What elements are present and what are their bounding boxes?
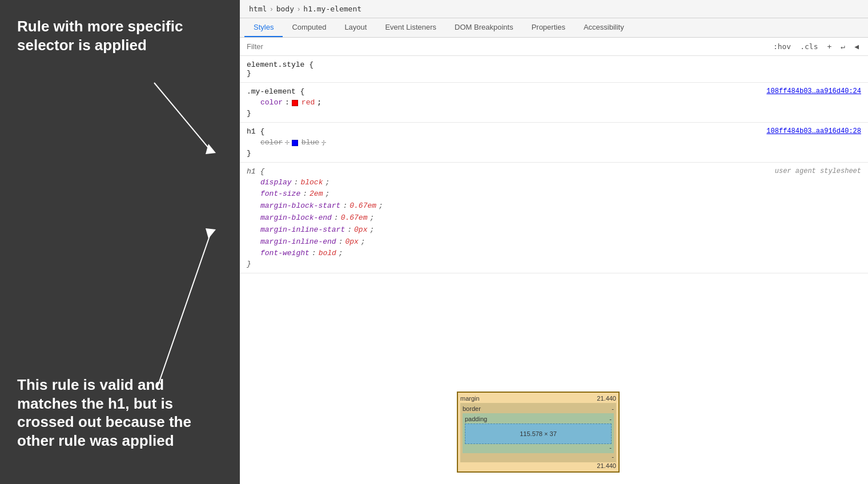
element-style-closing: } [247,69,861,78]
tab-accessibility[interactable]: Accessibility [574,18,633,37]
border-value: - [612,405,614,412]
tabs-bar: Styles Computed Layout Event Listeners D… [240,18,868,38]
tab-computed[interactable]: Computed [283,18,335,37]
padding-layer: padding - 115.578 × 37 - [463,413,614,453]
box-model-area: margin 21.440 border - padding - 11 [457,392,620,473]
ua-fontsize-colon: : [303,188,307,200]
prop-colon: : [285,97,290,109]
ua-fw-semi: ; [339,248,343,260]
filter-actions: :hov .cls + ↵ ◀ [771,41,861,52]
padding-bottom-value: - [609,444,612,451]
ua-mie-prop: margin-inline-end : 0px ; [247,236,861,248]
annotation-top-text: Rule with more specific selector is appl… [17,17,223,54]
ua-mis-value: 0px [354,224,367,236]
my-element-closing: } [247,109,861,118]
ua-fontsize-name: font-size [260,188,300,200]
ua-mbs-colon: : [343,200,347,212]
ua-mbs-value: 0.67em [349,200,376,212]
add-rule-button[interactable]: + [825,41,834,52]
my-element-color-prop: color : red ; [247,97,861,109]
content-value: 115.578 × 37 [520,430,557,437]
breadcrumb-body[interactable]: body [276,5,294,13]
ua-mbs-prop: margin-block-start : 0.67em ; [247,200,861,212]
svg-marker-3 [206,228,216,239]
h1-rule-header: h1 { 108ff484b03…aa916d40:28 [247,127,861,136]
prop-name-color: color [260,97,283,109]
annotation-bottom-text: This rule is valid and matches the h1, b… [17,376,223,450]
filter-bar: :hov .cls + ↵ ◀ [240,38,868,56]
element-style-block: element.style { } [240,56,868,83]
breadcrumb-html[interactable]: html [249,5,267,13]
my-element-source[interactable]: 108ff484b03…aa916d40:24 [766,87,861,95]
color-swatch-red[interactable] [292,100,298,106]
ua-fontsize-prop: font-size : 2em ; [247,188,861,200]
ua-mie-value: 0px [345,236,358,248]
cls-button[interactable]: .cls [798,41,820,52]
ua-mie-colon: : [339,236,343,248]
annotation-area: Rule with more specific selector is appl… [0,0,240,484]
my-element-header: .my-element { 108ff484b03…aa916d40:24 [247,87,861,96]
h1-rule-block: h1 { 108ff484b03…aa916d40:28 color : blu… [240,123,868,163]
ua-mie-name: margin-inline-end [260,236,336,248]
border-bottom-value: - [612,453,614,460]
ua-mie-semi: ; [361,236,365,248]
h1-prop-name: color [260,137,283,149]
h1-semicolon: ; [322,137,326,149]
ua-mis-prop: margin-inline-start : 0px ; [247,224,861,236]
margin-layer: margin 21.440 border - padding - 11 [458,393,618,471]
h1-prop-value: blue [302,137,319,149]
ua-fontsize-value: 2em [310,188,323,200]
tab-layout[interactable]: Layout [335,18,376,37]
annotation-bottom: This rule is valid and matches the h1, b… [17,376,223,450]
h1-ua-header: h1 { user agent stylesheet [247,167,861,176]
tab-properties[interactable]: Properties [523,18,574,37]
box-model-container: margin 21.440 border - padding - 11 [457,392,620,473]
my-element-block: .my-element { 108ff484b03…aa916d40:24 co… [240,83,868,123]
padding-value: - [609,416,612,422]
breadcrumb-sep-2: › [298,5,300,13]
border-layer: border - padding - 115.578 × 37 - [460,403,616,462]
h1-ua-block: h1 { user agent stylesheet display : blo… [240,163,868,274]
tab-dom-breakpoints[interactable]: DOM Breakpoints [445,18,523,37]
margin-label: margin [460,395,480,402]
h1-color-prop: color : blue ; [247,137,861,149]
ua-mis-colon: : [347,224,352,236]
ua-display-value: block [300,177,323,189]
hov-button[interactable]: :hov [771,41,793,52]
ua-display-colon: : [294,177,299,189]
ua-mbs-semi: ; [379,200,383,212]
breadcrumb-sep-1: › [270,5,272,13]
margin-value: 21.440 [597,395,616,402]
content-box: 115.578 × 37 [465,424,612,444]
h1-ua-closing: } [247,260,861,268]
ua-fw-name: font-weight [260,248,310,260]
ua-mbe-value: 0.67em [341,212,368,224]
h1-rule-source[interactable]: 108ff484b03…aa916d40:28 [766,127,861,135]
ua-mbs-name: margin-block-start [260,200,340,212]
border-label: border [463,405,481,412]
filter-input[interactable] [247,42,771,51]
margin-bottom-value: 21.440 [597,462,616,469]
ua-mbe-semi: ; [369,212,374,224]
color-swatch-blue[interactable] [292,140,298,146]
prop-semicolon: ; [317,97,322,109]
ua-display-semi: ; [325,177,329,189]
tab-event-listeners[interactable]: Event Listeners [376,18,445,37]
h1-ua-source: user agent stylesheet [775,167,861,175]
my-element-selector: .my-element { [247,87,304,96]
h1-rule-closing: } [247,149,861,158]
ua-display-prop: display : block ; [247,177,861,189]
tab-styles[interactable]: Styles [244,18,283,37]
ua-fw-value: bold [319,248,336,260]
breadcrumb-element[interactable]: h1.my-element [303,5,361,13]
return-icon[interactable]: ↵ [838,41,847,52]
ua-fontsize-semi: ; [325,188,329,200]
ua-display-name: display [260,177,292,189]
element-style-selector: element.style { [247,61,314,69]
ua-mis-name: margin-inline-start [260,224,345,236]
h1-prop-colon: : [285,137,290,149]
ua-mbe-prop: margin-block-end : 0.67em ; [247,212,861,224]
svg-line-2 [157,231,211,388]
back-button[interactable]: ◀ [852,41,861,52]
ua-mbe-colon: : [334,212,339,224]
